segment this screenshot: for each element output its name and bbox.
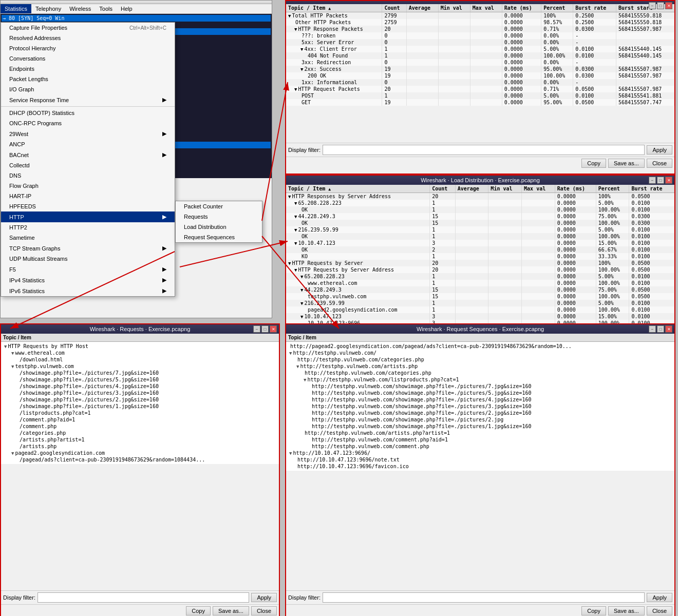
menu-item-resolved[interactable]: Resolved Addresses xyxy=(1,33,175,43)
minimize-btn[interactable]: − xyxy=(649,2,656,9)
menu-item-service-response[interactable]: Service Response Time ▶ xyxy=(1,94,175,105)
packet-counter-saveas-btn[interactable]: Save as... xyxy=(608,159,645,168)
minimize-btn3[interactable]: − xyxy=(253,325,260,333)
col-topic-ld[interactable]: Topic / Item ▲ xyxy=(286,185,430,193)
col-maxval[interactable]: Max val xyxy=(470,4,502,12)
tree-item[interactable]: /categories.php xyxy=(2,430,278,436)
menu-item-ancp[interactable]: ANCP xyxy=(1,139,175,149)
col-max-ld[interactable]: Max val xyxy=(522,185,555,193)
tree-item[interactable]: http://testphp.vulnweb.com/artists.php?a… xyxy=(287,430,673,436)
menu-item-tcp-stream[interactable]: TCP Stream Graphs ▶ xyxy=(1,243,175,254)
close-btn[interactable]: ✕ xyxy=(665,2,672,9)
tree-item[interactable]: /showimage.php?file=./pictures/4.jpg&siz… xyxy=(2,383,278,390)
tree-item[interactable]: http://testphp.vulnweb.com/comment.php?a… xyxy=(287,436,673,443)
requests-filter-input[interactable] xyxy=(37,592,250,603)
tree-item[interactable]: /comment.php?aid=1 xyxy=(2,416,278,423)
tree-item[interactable]: http://testphp.vulnweb.com/showimage.php… xyxy=(287,410,673,416)
tree-item[interactable]: http://testphp.vulnweb.com/showimage.php… xyxy=(287,383,673,390)
packet-row[interactable]: → 80 [SYN] Seq=0 Win xyxy=(2,15,271,22)
req-seq-close-btn[interactable]: Close xyxy=(647,606,672,615)
menu-item-endpoints[interactable]: Endpoints xyxy=(1,64,175,74)
tree-item[interactable]: ▼HTTP Requests by HTTP Host xyxy=(2,343,278,350)
tree-item[interactable]: http://testphp.vulnweb.com/showimage.php… xyxy=(287,416,673,423)
menu-item-onc-rpc[interactable]: ONC-RPC Programs xyxy=(1,118,175,128)
tree-item[interactable]: http://testphp.vulnweb.com/showimage.php… xyxy=(287,403,673,410)
menu-item-sametime[interactable]: Sametime xyxy=(1,233,175,243)
tree-item[interactable]: ▼www.ethereal.com xyxy=(2,350,278,356)
req-seq-filter-input[interactable] xyxy=(323,592,645,603)
col-avg-ld[interactable]: Average xyxy=(455,185,488,193)
col-count-ld[interactable]: Count xyxy=(430,185,455,193)
menu-item-f5[interactable]: F5 ▶ xyxy=(1,264,175,275)
tree-item[interactable]: ▼http://10.10.47.123:9696/ xyxy=(287,450,673,456)
tree-item[interactable]: http://10.10.47.123:9696/favicon.ico xyxy=(287,463,673,470)
packet-counter-filter-input[interactable] xyxy=(323,145,645,155)
close-btn3[interactable]: ✕ xyxy=(270,325,277,333)
menu-item-udp-multicast[interactable]: UDP Multicast Streams xyxy=(1,254,175,264)
tree-item[interactable]: ▼pagead2.googlesyndication.com xyxy=(2,450,278,456)
menu-statistics[interactable]: Statistics xyxy=(1,4,31,13)
menu-item-ipv6[interactable]: IPv6 Statistics ▶ xyxy=(1,285,175,296)
tree-item[interactable]: /listproducts.php?cat=1 xyxy=(2,410,278,416)
col-pct-ld[interactable]: Percent xyxy=(596,185,629,193)
submenu-request-sequences[interactable]: Request Sequences xyxy=(176,232,262,242)
menu-item-http2[interactable]: HTTP2 xyxy=(1,222,175,233)
menu-item-hpfeeds[interactable]: HPFEEDS xyxy=(1,201,175,211)
menu-telephony[interactable]: Telephony xyxy=(31,4,65,13)
col-min-ld[interactable]: Min val xyxy=(488,185,522,193)
maximize-btn2[interactable]: □ xyxy=(657,177,664,184)
tree-item[interactable]: http://testphp.vulnweb.com/showimage.php… xyxy=(287,396,673,403)
tree-item[interactable]: /showimage.php?file=./pictures/3.jpg&siz… xyxy=(2,390,278,396)
menu-item-capture-file[interactable]: Capture File Properties Ctrl+Alt+Shift+C xyxy=(1,23,175,33)
tree-item[interactable]: ▼testphp.vulnweb.com xyxy=(2,363,278,370)
menu-item-collectd[interactable]: Collectd xyxy=(1,160,175,170)
minimize-btn4[interactable]: − xyxy=(649,325,656,333)
col-average[interactable]: Average xyxy=(406,4,438,12)
req-seq-apply-btn[interactable]: Apply xyxy=(647,593,672,602)
menu-help[interactable]: Help xyxy=(117,4,137,13)
tree-item[interactable]: /showimage.php?file=./pictures/7.jpg&siz… xyxy=(2,370,278,376)
menu-item-ipv4[interactable]: IPv4 Statistics ▶ xyxy=(1,275,175,285)
req-seq-saveas-btn[interactable]: Save as... xyxy=(608,606,645,615)
col-minval[interactable]: Min val xyxy=(438,4,470,12)
tree-item[interactable]: ▼http://testphp.vulnweb.com/artists.php xyxy=(287,363,673,370)
menu-item-hart-ip[interactable]: HART-IP xyxy=(1,191,175,201)
col-burst-ld[interactable]: Burst rate xyxy=(629,185,674,193)
tree-item[interactable]: /showimage.php?file=./pictures/2.jpg&siz… xyxy=(2,396,278,403)
close-btn4[interactable]: ✕ xyxy=(665,325,672,333)
tree-item[interactable]: http://pagead2.googlesyndication.com/pag… xyxy=(287,343,673,350)
col-rate[interactable]: Rate (ms) xyxy=(502,4,541,12)
close-btn2[interactable]: ✕ xyxy=(665,177,672,184)
maximize-btn3[interactable]: □ xyxy=(261,325,269,333)
menu-item-dhcp[interactable]: DHCP (BOOTP) Statistics xyxy=(1,108,175,118)
tree-item[interactable]: http://10.10.47.123:9696/note.txt xyxy=(287,456,673,463)
maximize-btn[interactable]: □ xyxy=(657,2,664,9)
packet-counter-copy-btn[interactable]: Copy xyxy=(581,159,606,168)
col-burst-rate[interactable]: Burst rate xyxy=(573,4,616,12)
tree-item[interactable]: /download.html xyxy=(2,356,278,363)
menu-item-29west[interactable]: 29West ▶ xyxy=(1,128,175,139)
menu-item-http[interactable]: HTTP ▶ xyxy=(1,211,175,222)
menu-item-io-graph[interactable]: I/O Graph xyxy=(1,84,175,94)
tree-item[interactable]: /showimage.php?file=./pictures/5.jpg&siz… xyxy=(2,376,278,383)
tree-item[interactable]: http://testphp.vulnweb.com/categories.ph… xyxy=(287,356,673,363)
packet-counter-close-btn[interactable]: Close xyxy=(647,159,672,168)
tree-item[interactable]: http://testphp.vulnweb.com/comment.php xyxy=(287,443,673,450)
menu-item-packet-lengths[interactable]: Packet Lengths xyxy=(1,74,175,84)
tree-item[interactable]: /comment.php xyxy=(2,423,278,430)
minimize-btn2[interactable]: − xyxy=(649,177,656,184)
col-topic[interactable]: Topic / Item ▲ xyxy=(286,4,382,12)
submenu-load-distribution[interactable]: Load Distribution xyxy=(176,222,262,232)
menu-item-conversations[interactable]: Conversations xyxy=(1,53,175,64)
col-rate-ld[interactable]: Rate (ms) xyxy=(555,185,596,193)
submenu-requests[interactable]: Requests xyxy=(176,211,262,222)
tree-item[interactable]: /showimage.php?file=./pictures/1.jpg&siz… xyxy=(2,403,278,410)
menu-tools[interactable]: Tools xyxy=(95,4,117,13)
tree-item[interactable]: http://testphp.vulnweb.com/categories.ph… xyxy=(287,370,673,376)
requests-close-btn[interactable]: Close xyxy=(251,606,277,615)
col-percent[interactable]: Percent xyxy=(541,4,573,12)
requests-copy-btn[interactable]: Copy xyxy=(186,606,211,615)
tree-item[interactable]: /artists.php?artist=1 xyxy=(2,436,278,443)
menu-wireless[interactable]: Wireless xyxy=(65,4,95,13)
menu-item-bacnet[interactable]: BACnet ▶ xyxy=(1,149,175,160)
